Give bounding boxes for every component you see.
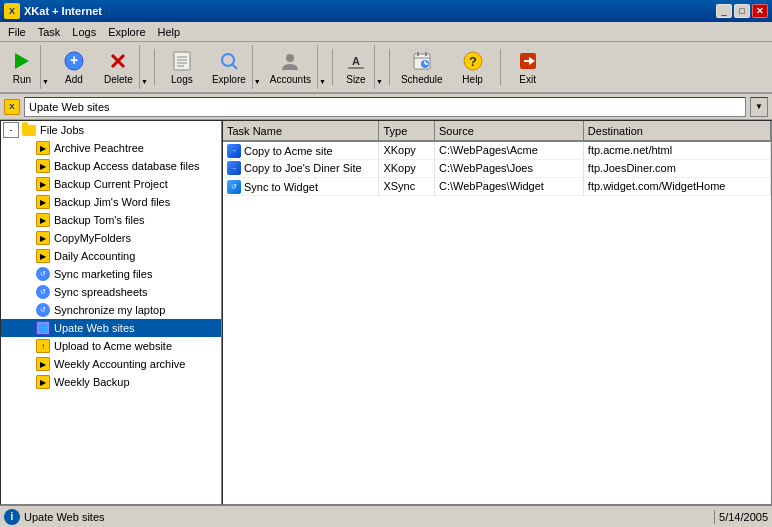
delete-button[interactable]: Delete (98, 45, 139, 89)
title-bar: X XKat + Internet _ □ ✕ (0, 0, 772, 22)
col-header-destination[interactable]: Destination (583, 121, 770, 141)
item-icon-1: ▶ (35, 158, 51, 174)
status-left: i Upate Web sites (4, 509, 105, 525)
address-dropdown[interactable]: ▼ (750, 97, 768, 117)
explore-arrow[interactable]: ▼ (252, 45, 262, 89)
item-icon-8: ↺ (35, 284, 51, 300)
add-button[interactable]: + Add (52, 45, 96, 89)
address-input[interactable]: Upate Web sites (24, 97, 746, 117)
main-area: - File Jobs ▶ Archive Peachtree ▶ Backup… (0, 120, 772, 505)
tree-item-label-4: Backup Tom's files (54, 214, 145, 226)
menu-explore[interactable]: Explore (102, 24, 151, 40)
explore-button[interactable]: Explore (206, 45, 252, 89)
list-item[interactable]: ▶ Backup Tom's files (1, 211, 221, 229)
list-item[interactable]: ▶ Weekly Backup (1, 373, 221, 391)
tree-root-label: File Jobs (40, 124, 84, 136)
tree-item-label-12: Weekly Accounting archive (54, 358, 185, 370)
exit-label: Exit (519, 74, 536, 85)
list-item[interactable]: ▶ Archive Peachtree (1, 139, 221, 157)
status-right: 5/14/2005 (710, 510, 768, 524)
accounts-button-group: Accounts ▼ (264, 45, 327, 89)
list-item[interactable]: ▶ Weekly Accounting archive (1, 355, 221, 373)
help-label: Help (462, 74, 483, 85)
tree-expand-root[interactable]: - (3, 122, 19, 138)
menu-logs[interactable]: Logs (66, 24, 102, 40)
list-item[interactable]: ↺ Synchronize my laptop (1, 301, 221, 319)
list-item[interactable]: ▶ Backup Jim's Word files (1, 193, 221, 211)
item-icon-7: ↺ (35, 266, 51, 282)
tree-item-label-8: Sync spreadsheets (54, 286, 148, 298)
separator-2 (332, 49, 333, 85)
list-item[interactable]: ▶ Backup Current Project (1, 175, 221, 193)
svg-text:A: A (352, 55, 360, 67)
delete-arrow[interactable]: ▼ (139, 45, 149, 89)
col-header-source[interactable]: Source (434, 121, 583, 141)
row-icon-1: → (227, 161, 241, 175)
exit-button[interactable]: Exit (506, 45, 550, 89)
tree-item-label-13: Weekly Backup (54, 376, 130, 388)
app-icon: X (4, 3, 20, 19)
tree-item-label-11: Upload to Acme website (54, 340, 172, 352)
svg-line-11 (232, 64, 237, 69)
status-info-icon: i (4, 509, 20, 525)
row-type-2: XSync (379, 177, 435, 195)
row-source-1: C:\WebPages\Joes (434, 159, 583, 177)
list-item[interactable]: ↺ Sync marketing files (1, 265, 221, 283)
item-icon-13: ▶ (35, 374, 51, 390)
svg-text:+: + (70, 52, 78, 68)
exit-icon (516, 49, 540, 72)
list-item[interactable]: ▶ Backup Access database files (1, 157, 221, 175)
accounts-button[interactable]: Accounts (264, 45, 317, 89)
col-header-name[interactable]: Task Name (223, 121, 379, 141)
list-item[interactable]: ↑ Upload to Acme website (1, 337, 221, 355)
size-button-group: A Size ▼ (338, 45, 384, 89)
help-icon: ? (461, 49, 485, 72)
logs-icon (170, 49, 194, 72)
menu-help[interactable]: Help (152, 24, 187, 40)
schedule-button[interactable]: Schedule (395, 45, 449, 89)
item-icon-6: ▶ (35, 248, 51, 264)
row-type-1: XKopy (379, 159, 435, 177)
separator-4 (500, 49, 501, 85)
item-icon-2: ▶ (35, 176, 51, 192)
item-icon-11: ↑ (35, 338, 51, 354)
item-icon-9: ↺ (35, 302, 51, 318)
tree-item-label-10: Upate Web sites (54, 322, 135, 334)
run-icon (10, 49, 34, 72)
table-row[interactable]: ↺ Sync to Widget XSync C:\WebPages\Widge… (223, 177, 771, 195)
list-item[interactable]: ▶ CopyMyFolders (1, 229, 221, 247)
run-arrow[interactable]: ▼ (40, 45, 50, 89)
tree-item-label-2: Backup Current Project (54, 178, 168, 190)
row-type-0: XKopy (379, 141, 435, 159)
schedule-label: Schedule (401, 74, 443, 85)
separator-3 (389, 49, 390, 85)
close-button[interactable]: ✕ (752, 4, 768, 18)
col-header-type[interactable]: Type (379, 121, 435, 141)
minimize-button[interactable]: _ (716, 4, 732, 18)
item-icon-5: ▶ (35, 230, 51, 246)
item-icon-3: ▶ (35, 194, 51, 210)
tree-selected-item[interactable]: 🌐 Upate Web sites (1, 319, 221, 337)
tree-item-label-7: Sync marketing files (54, 268, 152, 280)
size-arrow[interactable]: ▼ (374, 45, 384, 89)
row-name-2: Sync to Widget (244, 181, 318, 193)
list-item[interactable]: ↺ Sync spreadsheets (1, 283, 221, 301)
item-icon-10: 🌐 (35, 320, 51, 336)
tree-panel: - File Jobs ▶ Archive Peachtree ▶ Backup… (0, 120, 222, 505)
table-row[interactable]: → Copy to Acme site XKopy C:\WebPages\Ac… (223, 141, 771, 159)
tree-item-label-9: Synchronize my laptop (54, 304, 165, 316)
maximize-button[interactable]: □ (734, 4, 750, 18)
menu-file[interactable]: File (2, 24, 32, 40)
logs-label: Logs (171, 74, 193, 85)
tree-root[interactable]: - File Jobs (1, 121, 221, 139)
delete-label: Delete (104, 74, 133, 85)
table-row[interactable]: → Copy to Joe's Diner Site XKopy C:\WebP… (223, 159, 771, 177)
size-button[interactable]: A Size (338, 45, 374, 89)
menu-task[interactable]: Task (32, 24, 67, 40)
list-item[interactable]: ▶ Daily Accounting (1, 247, 221, 265)
help-button[interactable]: ? Help (451, 45, 495, 89)
accounts-arrow[interactable]: ▼ (317, 45, 327, 89)
run-button[interactable]: Run (4, 45, 40, 89)
schedule-icon (410, 49, 434, 72)
logs-button[interactable]: Logs (160, 45, 204, 89)
